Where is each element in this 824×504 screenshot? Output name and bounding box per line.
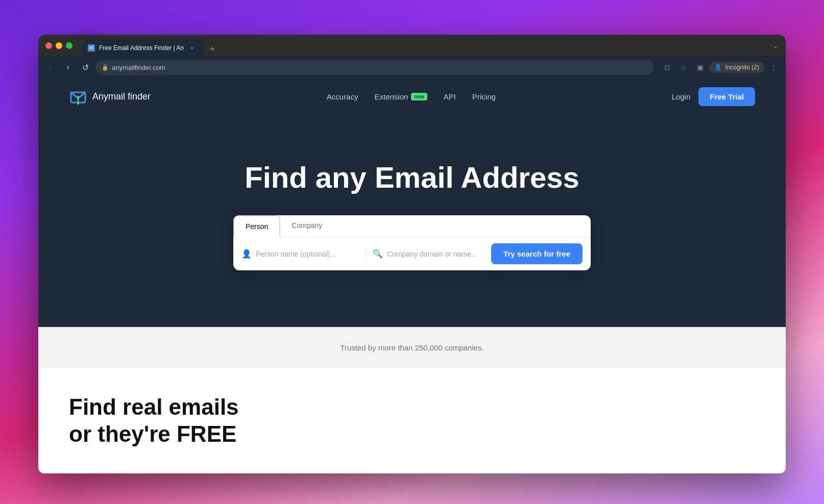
find-emails-section: Find real emails or they're FREE: [38, 368, 786, 473]
person-input-group: 👤: [241, 249, 360, 259]
search-box: Person Company 👤 🔍 Try search for free: [233, 215, 591, 270]
find-emails-title: Find real emails or they're FREE: [69, 394, 755, 448]
tab-company[interactable]: Company: [280, 215, 333, 237]
nav-link-api[interactable]: API: [444, 92, 456, 101]
hero-title: Find any Email Address: [245, 161, 579, 195]
close-button[interactable]: [45, 42, 52, 49]
header-actions: Login Free Trial: [672, 87, 755, 106]
forward-button[interactable]: ›: [61, 60, 75, 74]
tab-title: Free Email Address Finder | An: [99, 44, 184, 52]
site-nav: Accuracy Extension new API Pricing: [327, 92, 496, 101]
back-button[interactable]: ‹: [43, 60, 58, 74]
split-view-icon[interactable]: ▣: [693, 60, 707, 74]
browser-window: ✉ Free Email Address Finder | An × + ⌄ ‹…: [38, 35, 786, 473]
tabs-area: ✉ Free Email Address Finder | An × +: [83, 35, 220, 56]
browser-tab-active[interactable]: ✉ Free Email Address Finder | An ×: [83, 40, 203, 56]
page-content: Anymail finder Accuracy Extension new AP…: [38, 79, 786, 473]
url-text: anymailfinder.com: [112, 64, 165, 71]
trust-text: Trusted by more than 250,000 companies.: [49, 343, 775, 352]
nav-link-extension[interactable]: Extension new: [374, 92, 427, 101]
maximize-button[interactable]: [66, 42, 72, 49]
search-tabs: Person Company: [233, 215, 591, 237]
site-header: Anymail finder Accuracy Extension new AP…: [38, 79, 786, 114]
lock-icon: 🔒: [102, 64, 109, 71]
menu-button[interactable]: ⋮: [766, 60, 781, 74]
address-bar[interactable]: 🔒 anymailfinder.com: [95, 60, 654, 75]
reload-button[interactable]: ↺: [78, 60, 92, 74]
input-divider: [366, 246, 367, 262]
search-inputs: 👤 🔍 Try search for free: [233, 237, 591, 270]
incognito-icon: 👤: [714, 64, 722, 71]
cast-icon[interactable]: ⊡: [660, 60, 674, 74]
incognito-label: Incognito (2): [725, 64, 759, 71]
incognito-button[interactable]: 👤 Incognito (2): [709, 62, 764, 73]
logo-icon: [69, 87, 87, 106]
logo-text: Anymail finder: [92, 91, 151, 102]
bookmark-icon[interactable]: ☆: [676, 60, 691, 74]
nav-actions: ⊡ ☆ ▣ 👤 Incognito (2) ⋮: [660, 60, 781, 74]
trust-section: Trusted by more than 250,000 companies.: [38, 327, 786, 368]
tab-close-button[interactable]: ×: [188, 44, 196, 52]
traffic-lights: [45, 42, 72, 49]
extension-new-badge: new: [411, 93, 427, 100]
search-icon: 🔍: [373, 249, 383, 259]
new-tab-button[interactable]: +: [205, 42, 220, 56]
minimize-button[interactable]: [56, 42, 62, 49]
svg-point-2: [77, 103, 79, 105]
logo-area[interactable]: Anymail finder: [69, 87, 151, 106]
tab-favicon: ✉: [88, 44, 95, 52]
nav-link-accuracy[interactable]: Accuracy: [327, 92, 358, 101]
login-link[interactable]: Login: [672, 92, 691, 101]
search-button[interactable]: Try search for free: [491, 243, 583, 264]
navigation-bar: ‹ › ↺ 🔒 anymailfinder.com ⊡ ☆ ▣ 👤 Incogn…: [38, 56, 786, 79]
hero-section: Find any Email Address Person Company 👤 …: [38, 114, 786, 327]
person-icon: 👤: [241, 249, 252, 259]
person-name-input[interactable]: [256, 250, 360, 258]
company-input-group: 🔍: [373, 249, 491, 259]
free-trial-button[interactable]: Free Trial: [698, 87, 755, 106]
tab-dropdown-button[interactable]: ⌄: [772, 41, 779, 49]
tab-person[interactable]: Person: [233, 215, 280, 237]
company-domain-input[interactable]: [387, 250, 491, 258]
title-bar: ✉ Free Email Address Finder | An × + ⌄: [38, 35, 786, 56]
nav-link-pricing[interactable]: Pricing: [472, 92, 496, 101]
